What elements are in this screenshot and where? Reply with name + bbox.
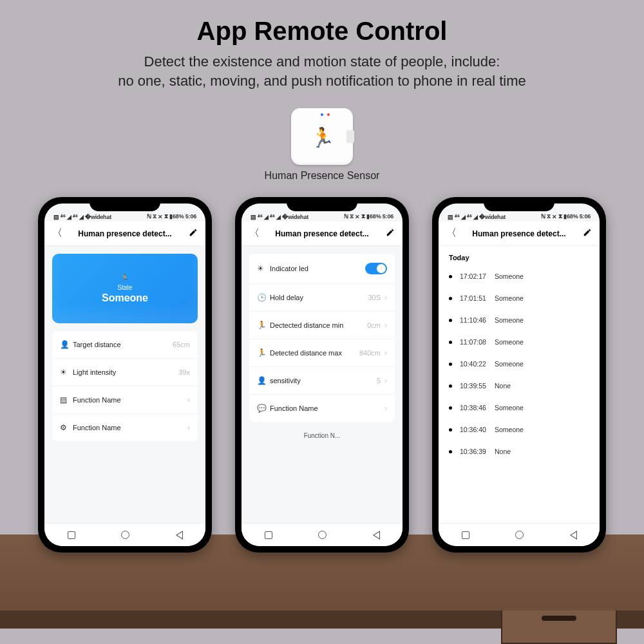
event-time: 10:36:39 [460, 448, 495, 455]
status-bar: ▧ ⁴⁶ ◢ ⁴⁶ ◢ �widehat ℕ ⧖ ⨯ ⧗ ▮68% 5:06 [242, 204, 402, 222]
phone-1: ▧ ⁴⁶ ◢ ⁴⁶ ◢ �widehat ℕ ⧖ ⨯ ⧗ ▮68% 5:06 〈… [38, 197, 212, 553]
recent-icon[interactable] [462, 531, 469, 539]
row-label: Function Name [73, 396, 184, 404]
row-label: Indicator led [270, 265, 365, 272]
row-label: Detected distance max [270, 349, 359, 357]
event-time: 10:38:46 [460, 404, 495, 412]
bullet-icon [449, 319, 452, 322]
list-item[interactable]: 💬Function Name› [249, 395, 395, 422]
back-icon[interactable]: 〈 [446, 227, 458, 240]
event-time: 11:10:46 [460, 316, 495, 324]
list-item[interactable]: ▤Function Name› [52, 386, 198, 414]
edit-icon[interactable] [580, 228, 592, 240]
app-title: Human presence detect... [458, 229, 580, 238]
list-item[interactable]: 🕒Hold delay30S› [249, 284, 395, 312]
back-icon[interactable]: 〈 [52, 227, 64, 240]
event-state: None [495, 448, 511, 455]
chevron-right-icon: › [384, 376, 387, 385]
sensor-device-image: 🏃 [291, 108, 353, 165]
bullet-icon [449, 384, 452, 388]
phone-3: ▧ ⁴⁶ ◢ ⁴⁶ ◢ �widehat ℕ ⧖ ⨯ ⧗ ▮68% 5:06 〈… [432, 197, 606, 553]
list-item: ☀Light intensity39x [52, 359, 198, 386]
event-row: 17:01:51Someone [439, 287, 600, 309]
run-icon: 🏃 [257, 321, 270, 330]
back-nav-icon[interactable] [175, 531, 182, 540]
row-label: Function Name [270, 404, 381, 412]
row-value: 840cm [359, 349, 381, 357]
event-row: 10:36:40Someone [439, 419, 600, 440]
row-value: 30S [368, 294, 381, 301]
row-value: 0cm [367, 321, 381, 329]
bullet-icon [449, 406, 452, 410]
edit-icon[interactable] [186, 228, 198, 240]
status-bar: ▧ ⁴⁶ ◢ ⁴⁶ ◢ �widehat ℕ ⧖ ⨯ ⧗ ▮68% 5:06 [44, 204, 205, 222]
gear-icon: ⚙ [60, 423, 73, 432]
event-state: Someone [495, 426, 524, 433]
page-subtitle: Detect the existence and motion state of… [0, 52, 644, 90]
edit-icon[interactable] [383, 228, 395, 240]
event-time: 17:02:17 [460, 272, 495, 280]
toggle-switch[interactable] [365, 263, 387, 274]
back-nav-icon[interactable] [569, 531, 576, 540]
app-title: Human presence detect... [64, 229, 186, 238]
recent-icon[interactable] [265, 531, 272, 539]
list-item[interactable]: ⚙Function Name› [52, 414, 198, 441]
event-time: 11:07:08 [460, 338, 495, 346]
event-row: 10:40:22Someone [439, 353, 600, 375]
list-item[interactable]: ☀Indicator led [249, 254, 395, 284]
state-value: Someone [102, 292, 148, 304]
chat-icon: 💬 [257, 404, 270, 413]
sensor-label: Human Presence Sensor [0, 170, 644, 182]
row-value: 39x [178, 368, 190, 376]
run-icon: 🏃 [257, 348, 270, 357]
back-icon[interactable]: 〈 [249, 227, 261, 240]
home-icon[interactable] [121, 531, 129, 539]
status-bar: ▧ ⁴⁶ ◢ ⁴⁶ ◢ �widehat ℕ ⧖ ⨯ ⧗ ▮68% 5:06 [439, 204, 600, 222]
doc-icon: ▤ [60, 395, 73, 404]
event-time: 10:39:55 [460, 382, 495, 390]
person-icon: 👤 [60, 340, 73, 349]
event-time: 17:01:51 [460, 294, 495, 302]
recent-icon[interactable] [68, 531, 75, 539]
app-title: Human presence detect... [261, 229, 383, 238]
event-row: 10:36:39None [439, 440, 600, 462]
row-label: Hold delay [270, 294, 368, 301]
phone-2: ▧ ⁴⁶ ◢ ⁴⁶ ◢ �widehat ℕ ⧖ ⨯ ⧗ ▮68% 5:06 〈… [235, 197, 409, 553]
row-label: sensitivity [270, 377, 377, 384]
list-item[interactable]: 🏃Detected distance max840cm› [249, 339, 395, 367]
event-state: Someone [495, 404, 524, 412]
bullet-icon [449, 341, 452, 344]
row-label: Target distance [73, 341, 173, 348]
footer-label: Function N... [242, 422, 402, 450]
event-state: Someone [495, 316, 524, 324]
event-state: Someone [495, 360, 524, 368]
bullet-icon [449, 297, 452, 300]
chevron-right-icon: › [187, 423, 190, 432]
home-icon[interactable] [318, 531, 327, 539]
android-nav[interactable] [242, 523, 402, 546]
today-header: Today [439, 246, 600, 265]
event-row: 10:39:55None [439, 375, 600, 397]
row-label: Dectected distance min [270, 321, 367, 329]
event-time: 10:36:40 [460, 426, 495, 433]
state-card: 🏃 State Someone [52, 254, 198, 323]
list-item[interactable]: 🏃Dectected distance min0cm› [249, 312, 395, 339]
event-state: Someone [495, 338, 524, 346]
list-item[interactable]: 👤sensitivity5› [249, 367, 395, 395]
home-icon[interactable] [515, 531, 524, 539]
bullet-icon [449, 428, 452, 431]
chevron-right-icon: › [384, 321, 387, 330]
bullet-icon [449, 450, 452, 453]
event-state: Someone [495, 272, 524, 280]
android-nav[interactable] [44, 523, 205, 546]
person-icon: 👤 [257, 376, 270, 385]
bullet-icon [449, 363, 452, 366]
chevron-right-icon: › [384, 293, 387, 302]
android-nav[interactable] [439, 523, 600, 546]
light-icon: ☀ [60, 368, 73, 377]
settings-list: ☀Indicator led🕒Hold delay30S›🏃Dectected … [249, 254, 395, 422]
row-label: Function Name [73, 424, 184, 431]
event-state: Someone [495, 294, 524, 302]
row-label: Light intensity [73, 368, 178, 376]
back-nav-icon[interactable] [372, 531, 379, 540]
